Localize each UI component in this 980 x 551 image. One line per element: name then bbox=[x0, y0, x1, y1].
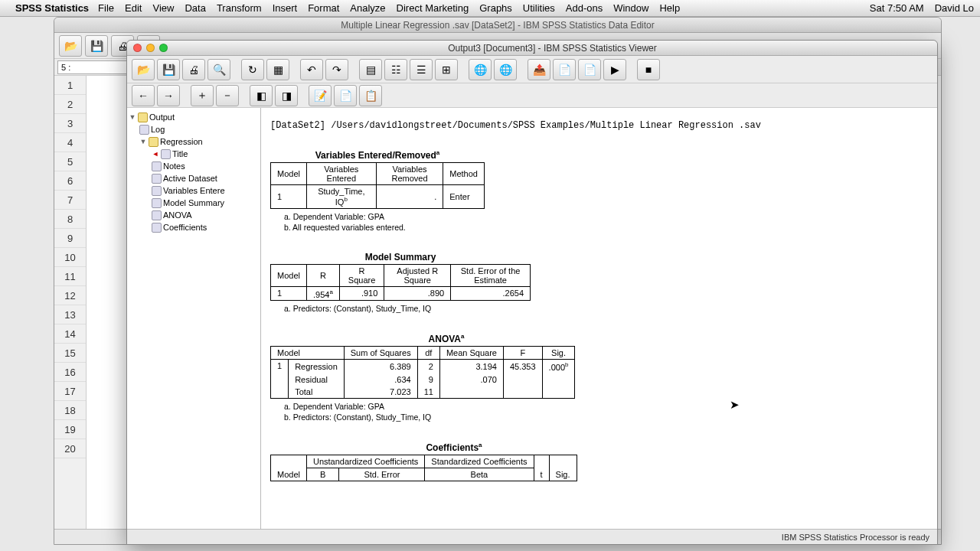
undo-icon[interactable]: ↶ bbox=[300, 59, 323, 80]
outline-node-coefficients[interactable]: Coefficients bbox=[129, 221, 259, 233]
row-header[interactable]: 15 bbox=[54, 344, 86, 363]
row-header[interactable]: 13 bbox=[54, 305, 86, 324]
row-header[interactable]: 14 bbox=[54, 324, 86, 344]
row-header[interactable]: 11 bbox=[54, 267, 86, 286]
menu-file[interactable]: File bbox=[98, 2, 114, 14]
cell: .954a bbox=[306, 286, 339, 301]
menu-graphs[interactable]: Graphs bbox=[479, 2, 512, 14]
row-header[interactable]: 2 bbox=[54, 95, 86, 114]
row-header[interactable]: 17 bbox=[54, 382, 86, 401]
back-icon[interactable]: ← bbox=[132, 85, 155, 106]
expand-icon[interactable]: ＋ bbox=[191, 85, 214, 106]
export-icon[interactable]: 📤 bbox=[528, 59, 550, 80]
insert-title-icon[interactable]: 📄 bbox=[334, 85, 357, 106]
menu-analyze[interactable]: Analyze bbox=[350, 2, 385, 14]
recall-dialog-icon[interactable]: ↻ bbox=[241, 59, 264, 80]
row-header[interactable]: 8 bbox=[54, 210, 86, 229]
viewer-titlebar[interactable]: Output3 [Document3] - IBM SPSS Statistic… bbox=[127, 41, 937, 56]
row-header[interactable]: 18 bbox=[54, 401, 86, 420]
goto-data-icon[interactable]: ▦ bbox=[266, 59, 289, 80]
col-model: Model bbox=[271, 163, 307, 185]
variables-entered-table[interactable]: Model Variables Entered Variables Remove… bbox=[270, 162, 485, 209]
weight-icon[interactable]: ⊞ bbox=[435, 59, 458, 80]
row-header[interactable]: 6 bbox=[54, 171, 86, 191]
row-header[interactable]: 9 bbox=[54, 229, 86, 248]
variables-entered-block: Variables Entered/Removeda Model Variabl… bbox=[270, 149, 485, 232]
row-header[interactable]: 20 bbox=[54, 439, 86, 458]
open-icon[interactable]: 📂 bbox=[59, 35, 82, 57]
anova-table[interactable]: Model Sum of Squares df Mean Square F Si… bbox=[270, 346, 575, 399]
menu-edit[interactable]: Edit bbox=[125, 2, 142, 14]
row-header[interactable]: 19 bbox=[54, 420, 86, 439]
doc2-icon[interactable]: 📄 bbox=[578, 59, 601, 80]
redo-icon[interactable]: ↷ bbox=[325, 59, 348, 80]
print-preview-icon[interactable]: 🔍 bbox=[207, 59, 230, 80]
close-icon[interactable] bbox=[133, 44, 142, 52]
cell-model: 1 bbox=[271, 185, 307, 209]
log-icon bbox=[139, 125, 149, 135]
doc-icon[interactable]: 📄 bbox=[553, 59, 576, 80]
row-header[interactable]: 10 bbox=[54, 248, 86, 267]
menu-insert[interactable]: Insert bbox=[273, 2, 298, 14]
cube-icon[interactable]: ◧ bbox=[250, 85, 273, 106]
outline-node-active-dataset[interactable]: Active Dataset bbox=[129, 172, 259, 184]
minimize-icon[interactable] bbox=[146, 44, 155, 52]
disclosure-icon[interactable]: ▼ bbox=[129, 113, 136, 121]
outline-node-variables-entered[interactable]: Variables Entere bbox=[129, 184, 259, 197]
stop-icon[interactable]: ■ bbox=[637, 59, 660, 80]
col-r: R bbox=[306, 264, 339, 286]
collapse-icon[interactable]: － bbox=[216, 85, 239, 106]
zoom-icon[interactable] bbox=[159, 44, 168, 52]
outline-node-regression[interactable]: ▼Regression bbox=[129, 135, 259, 148]
row-header[interactable]: 4 bbox=[54, 133, 86, 152]
menu-view[interactable]: View bbox=[152, 2, 174, 14]
save-icon[interactable]: 💾 bbox=[157, 59, 180, 80]
variables-icon[interactable]: ☷ bbox=[384, 59, 407, 80]
menu-addons[interactable]: Add-ons bbox=[566, 2, 603, 14]
row-header[interactable]: 16 bbox=[54, 363, 86, 382]
row-header[interactable]: 12 bbox=[54, 286, 86, 305]
print-icon[interactable]: 🖨 bbox=[182, 59, 205, 80]
globe-icon[interactable]: 🌐 bbox=[469, 59, 492, 80]
cell: 1 bbox=[271, 360, 289, 399]
save-icon[interactable]: 💾 bbox=[85, 35, 108, 57]
disclosure-icon[interactable]: ▼ bbox=[139, 138, 147, 145]
outline-node-output[interactable]: ▼Output bbox=[129, 111, 259, 123]
clock[interactable]: Sat 7:50 AM bbox=[870, 2, 924, 14]
row-header[interactable]: 1 bbox=[54, 76, 86, 95]
insert-head-icon[interactable]: 📝 bbox=[309, 85, 332, 106]
menu-data[interactable]: Data bbox=[185, 2, 205, 14]
insert-text-icon[interactable]: 📋 bbox=[359, 85, 382, 106]
table-title: ANOVAa bbox=[270, 333, 622, 344]
outline-node-anova[interactable]: ANOVA bbox=[129, 209, 259, 221]
output-content[interactable]: [DataSet2] /Users/davidlongstreet/Docume… bbox=[261, 108, 937, 529]
menu-help[interactable]: Help bbox=[659, 2, 680, 14]
menu-utilities[interactable]: Utilities bbox=[523, 2, 555, 14]
user-menu[interactable]: David Lo bbox=[935, 2, 974, 14]
coefficients-table[interactable]: Model Unstandardized Coefficients Standa… bbox=[270, 455, 577, 481]
footnote: a. Dependent Variable: GPA bbox=[284, 212, 485, 221]
outline-node-notes[interactable]: Notes bbox=[129, 160, 259, 172]
run-icon[interactable]: ▶ bbox=[603, 59, 626, 80]
cube2-icon[interactable]: ◨ bbox=[275, 85, 298, 106]
outline-node-title[interactable]: ◄Title bbox=[129, 148, 259, 160]
row-header[interactable]: 5 bbox=[54, 152, 86, 171]
outline-node-model-summary[interactable]: Model Summary bbox=[129, 197, 259, 209]
menu-transform[interactable]: Transform bbox=[217, 2, 262, 14]
app-name[interactable]: SPSS Statistics bbox=[15, 2, 89, 14]
open-icon[interactable]: 📂 bbox=[132, 59, 155, 80]
row-header[interactable]: 3 bbox=[54, 114, 86, 133]
menu-direct-marketing[interactable]: Direct Marketing bbox=[397, 2, 469, 14]
globe2-icon[interactable]: 🌐 bbox=[494, 59, 517, 80]
menu-window[interactable]: Window bbox=[613, 2, 648, 14]
select-icon[interactable]: ☰ bbox=[410, 59, 433, 80]
model-summary-table[interactable]: Model R R Square Adjusted R Square Std. … bbox=[270, 264, 531, 302]
forward-icon[interactable]: → bbox=[157, 85, 180, 106]
cell: 11 bbox=[417, 386, 439, 399]
outline-node-log[interactable]: Log bbox=[129, 123, 259, 135]
row-header[interactable]: 7 bbox=[54, 191, 86, 210]
footnote: a. Predictors: (Constant), Study_Time, I… bbox=[284, 304, 531, 313]
output-outline[interactable]: ▼Output Log ▼Regression ◄Title Notes Act… bbox=[127, 108, 261, 529]
menu-format[interactable]: Format bbox=[308, 2, 339, 14]
goto-case-icon[interactable]: ▤ bbox=[359, 59, 382, 80]
